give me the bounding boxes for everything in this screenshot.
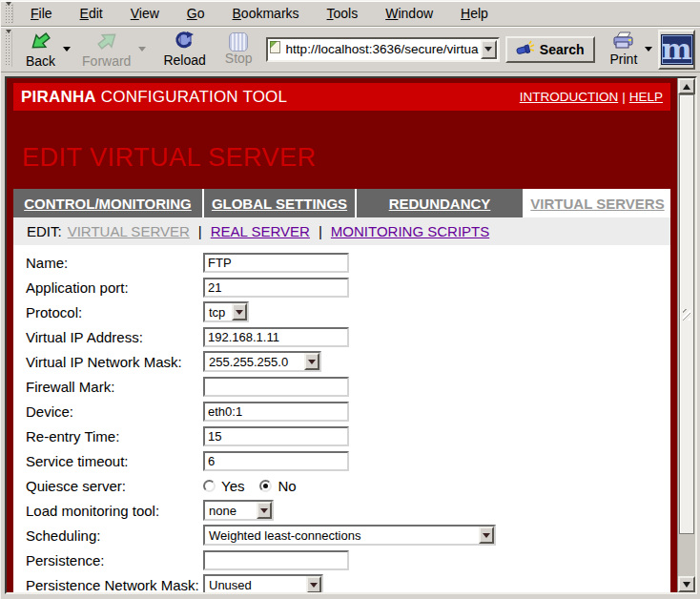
menu-bar: File Edit View Go Bookmarks Tools Window… [1,1,700,27]
header-links: INTRODUCTION|HELP [520,90,663,104]
name-label: Name: [13,255,203,271]
browser-content-area: PIRANHACONFIGURATION TOOL INTRODUCTION|H… [5,76,697,594]
tab-bar: CONTROL/MONITORING GLOBAL SETTINGS REDUN… [13,189,670,217]
toolbar-grippy[interactable] [5,4,13,24]
persistence-label: Persistence: [13,552,203,568]
form-row: Service timeout: [13,448,670,473]
virtual-ip-mask-label: Virtual IP Network Mask: [13,354,203,370]
menu-bookmarks[interactable]: Bookmarks [223,3,309,24]
help-link[interactable]: HELP [629,90,663,104]
virtual-server-form: Name: Application port: Protocol: tcp Vi… [13,245,670,592]
subnav-real-server-link[interactable]: REAL SERVER [211,223,310,239]
quiesce-no-radio[interactable] [259,480,272,492]
reload-button[interactable]: Reload [157,29,211,70]
reload-icon [175,31,196,53]
page-viewport: PIRANHACONFIGURATION TOOL INTRODUCTION|H… [7,78,677,592]
quiesce-yes-radio[interactable] [203,480,216,492]
menu-go[interactable]: Go [177,3,215,24]
application-port-input[interactable] [203,278,349,298]
stop-icon [229,32,248,52]
firewall-mark-input[interactable] [203,377,349,397]
scrollbar-thumb[interactable] [679,94,694,534]
tab-virtual-servers[interactable]: VIRTUAL SERVERS [525,189,670,217]
chevron-down-icon [257,502,272,519]
form-row: Protocol: tcp [13,300,670,324]
chevron-down-icon [232,303,247,320]
protocol-label: Protocol: [13,304,203,320]
page-bookmark-icon[interactable] [268,40,282,58]
form-row: Scheduling: Weighted least-connections [13,523,670,547]
form-row: Firewall Mark: [13,374,670,399]
back-button[interactable]: Back [20,29,61,71]
forward-arrow-icon [94,31,119,54]
toolbar-grippy[interactable] [5,31,12,68]
scroll-down-button[interactable] [678,576,695,592]
menu-file[interactable]: File [21,3,62,24]
url-bar [266,37,500,62]
menu-window[interactable]: Window [376,3,443,24]
back-dropdown-icon[interactable] [63,47,71,52]
subnav-monitoring-scripts-link[interactable]: MONITORING SCRIPTS [331,223,489,239]
navigation-toolbar: Back Forward Reload Stop [1,27,700,72]
chevron-down-icon [304,353,319,370]
page-title: EDIT VIRTUAL SERVER [22,143,670,173]
form-row: Persistence: [13,547,670,572]
mozilla-logo-icon: m [661,34,693,65]
url-input[interactable] [282,42,481,56]
scroll-up-icon [683,84,690,90]
printer-icon [610,31,637,52]
firewall-mark-label: Firewall Mark: [13,379,203,395]
tab-redundancy[interactable]: REDUNDANCY [357,189,523,217]
form-row: Quiesce server: Yes No [13,473,670,498]
quiesce-server-label: Quiesce server: [13,478,203,494]
form-row: Application port: [13,275,670,300]
piranha-header-band: PIRANHACONFIGURATION TOOL INTRODUCTION|H… [13,83,670,111]
persistence-input[interactable] [203,550,349,570]
menu-tools[interactable]: Tools [318,3,368,24]
virtual-ip-mask-select[interactable]: 255.255.255.0 [203,351,321,372]
subnav-virtual-server: VIRTUAL SERVER [68,223,190,239]
scheduling-select[interactable]: Weighted least-connections [203,525,496,546]
scroll-down-icon [683,582,690,588]
introduction-link[interactable]: INTRODUCTION [520,90,619,104]
quiesce-radio-group: Yes No [203,478,306,494]
scroll-up-button[interactable] [678,78,695,94]
form-row: Persistence Network Mask: Unused [13,572,670,592]
application-port-label: Application port: [13,279,203,296]
service-timeout-label: Service timeout: [13,453,203,469]
persistence-mask-select[interactable]: Unused [203,574,323,592]
form-row: Device: [13,399,670,423]
menu-help[interactable]: Help [451,3,498,24]
print-button[interactable]: Print [605,30,644,69]
virtual-ip-input[interactable] [203,327,349,347]
stop-button: Stop [219,31,258,68]
menu-view[interactable]: View [121,3,169,24]
forward-dropdown-icon [138,47,146,52]
load-monitoring-select[interactable]: none [203,500,274,521]
device-label: Device: [13,403,203,420]
url-history-dropdown[interactable] [481,40,497,59]
service-timeout-input[interactable] [203,451,349,471]
tab-global-settings[interactable]: GLOBAL SETTINGS [204,189,355,217]
reentry-time-input[interactable] [203,426,349,446]
search-icon [516,40,535,58]
print-dropdown-icon[interactable] [645,47,652,52]
load-monitoring-label: Load monitoring tool: [13,503,203,519]
reentry-time-label: Re-entry Time: [13,428,203,444]
chevron-down-icon [479,527,494,544]
edit-subnav: EDIT: VIRTUAL SERVER | REAL SERVER | MON… [13,217,670,245]
tab-control-monitoring[interactable]: CONTROL/MONITORING [13,189,202,217]
protocol-select[interactable]: tcp [203,301,249,322]
mozilla-logo-button[interactable]: m [658,30,695,70]
form-row: Virtual IP Address: [13,324,670,349]
search-button[interactable]: Search [505,36,595,63]
chevron-down-icon [306,576,321,592]
device-input[interactable] [203,402,349,422]
vertical-scrollbar[interactable] [677,78,695,592]
forward-button: Forward [76,29,136,71]
name-input[interactable] [203,253,349,273]
menu-edit[interactable]: Edit [71,3,113,24]
form-row: Load monitoring tool: none [13,498,670,523]
form-row: Name: [13,250,670,275]
browser-window: File Edit View Go Bookmarks Tools Window… [0,0,700,599]
